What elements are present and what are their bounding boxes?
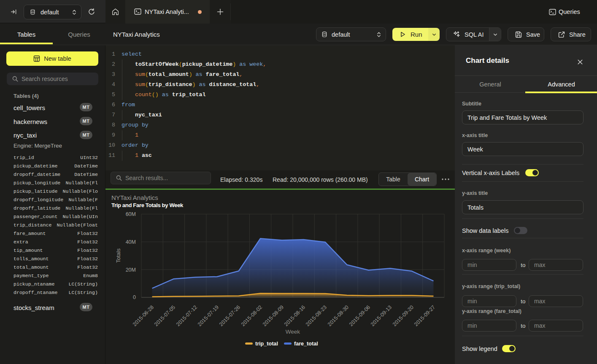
svg-text:2015-09-13: 2015-09-13 — [370, 304, 393, 327]
svg-text:fare_total: fare_total — [294, 341, 318, 347]
svg-text:2015-09-20: 2015-09-20 — [392, 304, 415, 327]
svg-text:2015-08-02: 2015-08-02 — [240, 304, 263, 327]
svg-text:2015-07-19: 2015-07-19 — [197, 304, 220, 327]
svg-text:Week: Week — [286, 329, 300, 335]
svg-text:2015-08-09: 2015-08-09 — [262, 304, 285, 327]
svg-text:0: 0 — [133, 294, 136, 300]
svg-text:40M: 40M — [126, 239, 136, 245]
svg-text:2015-08-23: 2015-08-23 — [305, 304, 328, 327]
svg-text:60M: 60M — [126, 211, 136, 217]
svg-text:trip_total: trip_total — [255, 341, 278, 347]
svg-text:2015-07-05: 2015-07-05 — [153, 304, 176, 327]
svg-text:2015-08-30: 2015-08-30 — [327, 304, 350, 327]
svg-text:Totals: Totals — [115, 248, 122, 263]
svg-text:2015-06-28: 2015-06-28 — [132, 304, 155, 327]
svg-text:2015-08-16: 2015-08-16 — [283, 304, 306, 327]
svg-text:2015-07-26: 2015-07-26 — [218, 304, 241, 327]
svg-text:20M: 20M — [126, 267, 136, 273]
svg-text:2015-09-06: 2015-09-06 — [348, 304, 371, 327]
svg-text:2015-07-12: 2015-07-12 — [175, 304, 198, 327]
svg-text:2015-09-27: 2015-09-27 — [413, 304, 436, 327]
